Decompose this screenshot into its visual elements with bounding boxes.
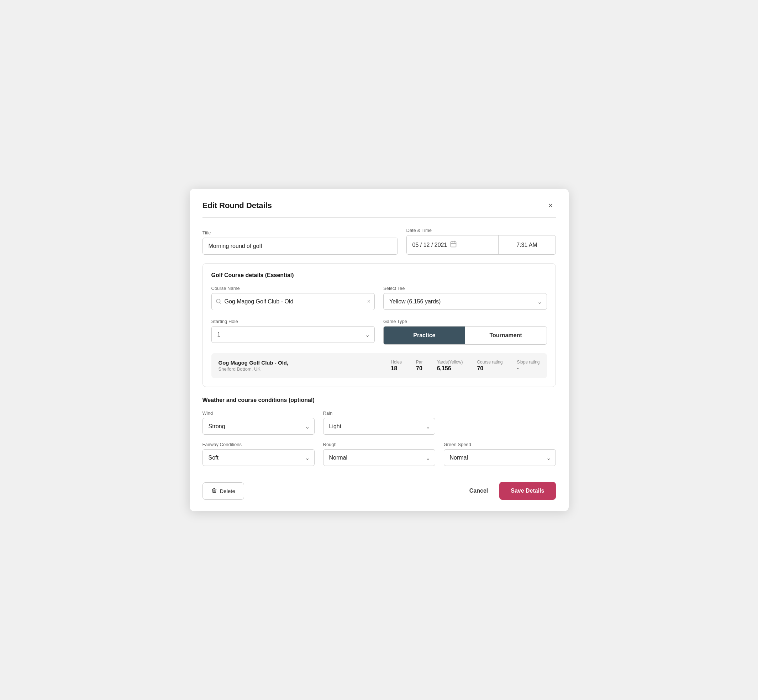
course-name-input[interactable] xyxy=(211,293,375,310)
par-value: 70 xyxy=(416,365,423,372)
footer-actions: Cancel Save Details xyxy=(467,482,556,500)
top-fields: Title Date & Time 05 / 12 / 2021 7:31 AM xyxy=(202,228,556,255)
fairway-select-wrap: SoftNormalHard ⌄ xyxy=(202,449,315,466)
course-rating-value: 70 xyxy=(477,365,483,372)
date-value: 05 / 12 / 2021 xyxy=(412,242,447,248)
slope-rating-stat: Slope rating - xyxy=(517,359,539,372)
wind-rain-row: Wind NoneLightModerateStrong ⌄ Rain None… xyxy=(202,411,556,434)
yards-label: Yards(Yellow) xyxy=(437,359,463,364)
starting-hole-dropdown[interactable]: 1234 5678 910 xyxy=(211,326,375,343)
holes-value: 18 xyxy=(391,365,397,372)
calendar-icon xyxy=(450,241,457,249)
slope-rating-value: - xyxy=(517,365,518,372)
select-tee-dropdown[interactable]: Yellow (6,156 yards) White (6,500 yards)… xyxy=(383,293,547,310)
starting-hole-field: Starting Hole 1234 5678 910 ⌄ xyxy=(211,319,375,345)
course-name-bold: Gog Magog Golf Club - Old, xyxy=(219,359,391,366)
title-field-group: Title xyxy=(202,230,398,255)
slope-rating-label: Slope rating xyxy=(517,359,539,364)
clear-icon[interactable]: × xyxy=(367,298,370,305)
course-section-title: Golf Course details (Essential) xyxy=(211,272,547,278)
time-part[interactable]: 7:31 AM xyxy=(498,236,556,254)
close-button[interactable]: × xyxy=(545,200,556,211)
course-info-row: Gog Magog Golf Club - Old, Shelford Bott… xyxy=(211,353,547,378)
rain-label: Rain xyxy=(323,411,435,416)
course-info-name-group: Gog Magog Golf Club - Old, Shelford Bott… xyxy=(219,359,391,372)
game-type-toggle: Practice Tournament xyxy=(383,326,547,345)
holes-label: Holes xyxy=(391,359,402,364)
delete-button[interactable]: Delete xyxy=(202,482,244,500)
course-tee-row: Course Name × Select Tee Yellow (6,156 y… xyxy=(211,286,547,310)
cancel-button[interactable]: Cancel xyxy=(467,483,491,499)
rough-field: Rough SoftNormalHard ⌄ xyxy=(323,442,435,466)
fairway-label: Fairway Conditions xyxy=(202,442,315,447)
select-tee-wrap: Yellow (6,156 yards) White (6,500 yards)… xyxy=(383,293,547,310)
time-value: 7:31 AM xyxy=(516,242,537,248)
green-speed-field: Green Speed SlowNormalFast ⌄ xyxy=(444,442,556,466)
search-icon xyxy=(216,298,221,305)
fairway-dropdown[interactable]: SoftNormalHard xyxy=(202,449,315,466)
course-name-search: × xyxy=(211,293,375,310)
delete-label: Delete xyxy=(220,488,235,494)
save-button[interactable]: Save Details xyxy=(499,482,556,500)
game-type-label: Game Type xyxy=(383,319,547,324)
hole-gametype-row: Starting Hole 1234 5678 910 ⌄ Game Type … xyxy=(211,319,547,345)
par-stat: Par 70 xyxy=(416,359,423,372)
wind-field: Wind NoneLightModerateStrong ⌄ xyxy=(202,411,315,434)
rough-select-wrap: SoftNormalHard ⌄ xyxy=(323,449,435,466)
green-speed-select-wrap: SlowNormalFast ⌄ xyxy=(444,449,556,466)
fairway-rough-green-row: Fairway Conditions SoftNormalHard ⌄ Roug… xyxy=(202,442,556,466)
par-label: Par xyxy=(416,359,423,364)
select-tee-label: Select Tee xyxy=(383,286,547,291)
rain-dropdown[interactable]: NoneLightModerateHeavy xyxy=(323,418,435,434)
conditions-title: Weather and course conditions (optional) xyxy=(202,397,556,403)
course-stats: Holes 18 Par 70 Yards(Yellow) 6,156 Cour… xyxy=(391,359,539,372)
rain-field: Rain NoneLightModerateHeavy ⌄ xyxy=(323,411,435,434)
wind-dropdown[interactable]: NoneLightModerateStrong xyxy=(202,418,315,434)
svg-rect-0 xyxy=(451,242,456,247)
course-rating-label: Course rating xyxy=(477,359,503,364)
modal-header: Edit Round Details × xyxy=(202,200,556,218)
conditions-section: Weather and course conditions (optional)… xyxy=(202,397,556,466)
green-speed-dropdown[interactable]: SlowNormalFast xyxy=(444,449,556,466)
rain-select-wrap: NoneLightModerateHeavy ⌄ xyxy=(323,418,435,434)
holes-stat: Holes 18 xyxy=(391,359,402,372)
rough-dropdown[interactable]: SoftNormalHard xyxy=(323,449,435,466)
course-section: Golf Course details (Essential) Course N… xyxy=(202,263,556,387)
date-part[interactable]: 05 / 12 / 2021 xyxy=(407,236,498,254)
svg-line-5 xyxy=(219,302,221,303)
practice-button[interactable]: Practice xyxy=(384,327,465,344)
wind-select-wrap: NoneLightModerateStrong ⌄ xyxy=(202,418,315,434)
title-label: Title xyxy=(202,230,398,236)
rough-label: Rough xyxy=(323,442,435,447)
trash-icon xyxy=(211,488,217,494)
course-name-label: Course Name xyxy=(211,286,375,291)
starting-hole-wrap: 1234 5678 910 ⌄ xyxy=(211,326,375,343)
green-speed-label: Green Speed xyxy=(444,442,556,447)
edit-round-modal: Edit Round Details × Title Date & Time 0… xyxy=(190,189,568,511)
tournament-button[interactable]: Tournament xyxy=(465,327,547,344)
select-tee-field: Select Tee Yellow (6,156 yards) White (6… xyxy=(383,286,547,310)
modal-title: Edit Round Details xyxy=(202,201,272,210)
fairway-field: Fairway Conditions SoftNormalHard ⌄ xyxy=(202,442,315,466)
course-location: Shelford Bottom, UK xyxy=(219,366,391,372)
yards-value: 6,156 xyxy=(437,365,451,372)
title-input[interactable] xyxy=(202,238,398,255)
footer-row: Delete Cancel Save Details xyxy=(202,476,556,500)
date-time-row: 05 / 12 / 2021 7:31 AM xyxy=(406,235,556,255)
game-type-field: Game Type Practice Tournament xyxy=(383,319,547,345)
course-name-field: Course Name × xyxy=(211,286,375,310)
date-time-field-group: Date & Time 05 / 12 / 2021 7:31 AM xyxy=(406,228,556,255)
course-rating-stat: Course rating 70 xyxy=(477,359,503,372)
date-time-label: Date & Time xyxy=(406,228,556,233)
starting-hole-label: Starting Hole xyxy=(211,319,375,324)
yards-stat: Yards(Yellow) 6,156 xyxy=(437,359,463,372)
wind-label: Wind xyxy=(202,411,315,416)
